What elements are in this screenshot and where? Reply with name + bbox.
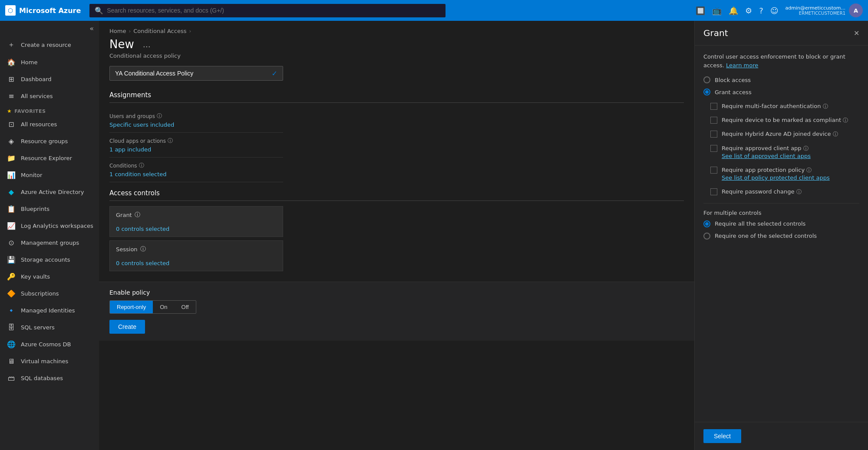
breadcrumb-conditional-access[interactable]: Conditional Access xyxy=(133,28,186,34)
users-groups-value[interactable]: Specific users included xyxy=(109,122,283,128)
users-groups-label: Users and groups ⓘ xyxy=(109,112,283,120)
checkbox-hybrid[interactable]: Require Hybrid Azure AD joined device ⓘ xyxy=(710,130,859,138)
avatar[interactable]: A xyxy=(849,3,863,17)
feedback-icon[interactable]: ☺ xyxy=(770,6,779,15)
require-all-option[interactable]: Require all the selected controls xyxy=(703,220,859,227)
require-one-label: Require one of the selected controls xyxy=(715,233,817,239)
conditions-value[interactable]: 1 condition selected xyxy=(109,171,283,177)
grant-control-value[interactable]: 0 controls selected xyxy=(110,223,283,236)
sidebar-item-resource-groups[interactable]: ◈ Resource groups xyxy=(0,133,99,150)
checkbox-compliant[interactable]: Require device to be marked as compliant… xyxy=(710,116,859,124)
search-bar[interactable]: 🔍 xyxy=(89,4,446,17)
mfa-info-icon[interactable]: ⓘ xyxy=(823,103,828,109)
app-protection-info-icon[interactable]: ⓘ xyxy=(806,167,812,173)
hybrid-info-icon[interactable]: ⓘ xyxy=(833,131,838,137)
checkbox-mfa[interactable]: Require multi-factor authentication ⓘ xyxy=(710,102,859,110)
search-input[interactable] xyxy=(107,7,440,14)
sidebar-item-create-resource[interactable]: ＋ Create a resource xyxy=(0,36,99,54)
notifications-icon[interactable]: 🔲 xyxy=(696,6,705,15)
session-control-value[interactable]: 0 controls selected xyxy=(110,257,283,271)
bell-icon[interactable]: 🔔 xyxy=(729,6,738,15)
policy-name-field[interactable] xyxy=(110,66,267,80)
policy-toggle-group: Report-only On Off xyxy=(109,300,196,314)
sidebar-item-label: Dashboard xyxy=(21,76,52,82)
sidebar-item-virtual-machines[interactable]: 🖥 Virtual machines xyxy=(0,353,99,370)
session-label: Session xyxy=(116,246,138,253)
help-icon[interactable]: ? xyxy=(759,6,763,15)
checkmark-icon: ✓ xyxy=(267,69,283,78)
checkbox-password-change-box[interactable] xyxy=(710,188,717,195)
breadcrumb-home[interactable]: Home xyxy=(109,28,126,34)
block-access-radio[interactable] xyxy=(703,76,710,83)
vm-icon: 🖥 xyxy=(7,357,16,365)
grant-control-item[interactable]: Grant ⓘ 0 controls selected xyxy=(109,206,283,237)
sidebar-item-label: Azure Cosmos DB xyxy=(21,341,71,348)
sidebar-item-azure-active-directory[interactable]: ◆ Azure Active Directory xyxy=(0,184,99,200)
sidebar-item-label: Blueprints xyxy=(21,206,50,212)
sidebar-item-subscriptions[interactable]: 🔶 Subscriptions xyxy=(0,285,99,302)
collapse-button[interactable]: « xyxy=(0,21,99,36)
cloud-shell-icon[interactable]: 📺 xyxy=(712,6,722,15)
toggle-on[interactable]: On xyxy=(153,301,174,313)
checkbox-approved-client[interactable]: Require approved client app ⓘ See list o… xyxy=(710,145,859,160)
compliant-info-icon[interactable]: ⓘ xyxy=(843,117,848,123)
sidebar-item-managed-identities[interactable]: 🔹 Managed Identities xyxy=(0,302,99,319)
sidebar-item-key-vaults[interactable]: 🔑 Key vaults xyxy=(0,268,99,285)
sql-server-icon: 🗄 xyxy=(7,323,16,332)
select-button[interactable]: Select xyxy=(703,429,741,443)
managed-id-icon: 🔹 xyxy=(7,306,16,315)
session-info-icon[interactable]: ⓘ xyxy=(140,245,146,253)
all-services-icon: ≡ xyxy=(7,92,16,100)
sidebar-item-dashboard[interactable]: ⊞ Dashboard xyxy=(0,71,99,88)
create-button[interactable]: Create xyxy=(109,320,145,334)
sidebar-item-all-resources[interactable]: ⊡ All resources xyxy=(0,116,99,133)
close-button[interactable]: ✕ xyxy=(854,29,859,37)
approved-client-link[interactable]: See list of approved client apps xyxy=(722,152,811,160)
checkbox-app-protection[interactable]: Require app protection policy ⓘ See list… xyxy=(710,166,859,182)
sidebar-item-cosmos-db[interactable]: 🌐 Azure Cosmos DB xyxy=(0,336,99,353)
require-one-option[interactable]: Require one of the selected controls xyxy=(703,233,859,240)
learn-more-link[interactable]: Learn more xyxy=(726,62,758,69)
sidebar-item-all-services[interactable]: ≡ All services xyxy=(0,88,99,105)
sidebar-item-management-groups[interactable]: ⊙ Management groups xyxy=(0,234,99,251)
sidebar-item-blueprints[interactable]: 📋 Blueprints xyxy=(0,200,99,217)
cloud-apps-info-icon[interactable]: ⓘ xyxy=(168,137,173,145)
session-control-item[interactable]: Session ⓘ 0 controls selected xyxy=(109,240,283,271)
checkbox-hybrid-box[interactable] xyxy=(710,131,717,138)
block-access-option[interactable]: Block access xyxy=(703,76,859,83)
cloud-apps-value[interactable]: 1 app included xyxy=(109,146,283,153)
grant-access-radio[interactable] xyxy=(703,89,710,95)
require-one-radio[interactable] xyxy=(703,233,710,240)
policy-name-input[interactable]: ✓ xyxy=(109,66,283,81)
star-icon: ★ xyxy=(7,108,12,114)
sidebar-item-monitor[interactable]: 📊 Monitor xyxy=(0,167,99,184)
sidebar-item-sql-databases[interactable]: 🗃 SQL databases xyxy=(0,370,99,387)
grant-info-icon[interactable]: ⓘ xyxy=(135,211,140,219)
toggle-off[interactable]: Off xyxy=(175,301,196,313)
checkbox-mfa-box[interactable] xyxy=(710,103,717,110)
checkbox-approved-client-label: Require approved client app ⓘ See list o… xyxy=(722,145,811,160)
approved-client-info-icon[interactable]: ⓘ xyxy=(803,145,809,151)
users-groups-item: Users and groups ⓘ Specific users includ… xyxy=(109,108,283,133)
users-info-icon[interactable]: ⓘ xyxy=(157,112,162,120)
app-protection-link[interactable]: See list of policy protected client apps xyxy=(722,174,830,182)
settings-icon[interactable]: ⚙ xyxy=(745,6,752,15)
sidebar-item-resource-explorer[interactable]: 📁 Resource Explorer xyxy=(0,150,99,167)
password-change-info-icon[interactable]: ⓘ xyxy=(796,189,802,195)
sidebar-item-log-analytics[interactable]: 📈 Log Analytics workspaces xyxy=(0,217,99,234)
sidebar-item-sql-servers[interactable]: 🗄 SQL servers xyxy=(0,319,99,336)
checkbox-app-protection-box[interactable] xyxy=(710,167,717,174)
access-controls-title: Access controls xyxy=(109,189,684,201)
dots-menu[interactable]: … xyxy=(139,38,154,51)
conditions-info-icon[interactable]: ⓘ xyxy=(139,162,144,169)
checkbox-password-change[interactable]: Require password change ⓘ xyxy=(710,188,859,196)
assignments-title: Assignments xyxy=(109,91,684,103)
grant-access-option[interactable]: Grant access xyxy=(703,89,859,95)
sidebar-item-home[interactable]: 🏠 Home xyxy=(0,54,99,71)
require-all-radio[interactable] xyxy=(703,220,710,227)
user-info[interactable]: admin@ermeticcustom... ERMETICCUSTOMER1 … xyxy=(785,3,863,17)
toggle-report-only[interactable]: Report-only xyxy=(110,301,153,313)
checkbox-compliant-box[interactable] xyxy=(710,117,717,124)
sidebar-item-storage-accounts[interactable]: 💾 Storage accounts xyxy=(0,251,99,268)
checkbox-approved-client-box[interactable] xyxy=(710,145,717,152)
